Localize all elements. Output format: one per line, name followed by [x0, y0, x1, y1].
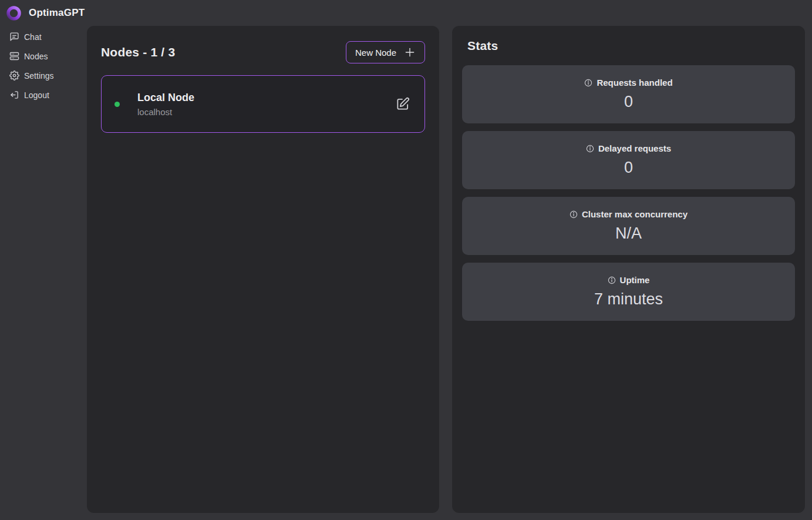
info-icon — [584, 79, 592, 87]
node-info: Local Node localhost — [137, 92, 194, 117]
stat-value: N/A — [615, 224, 642, 243]
stat-label: Cluster max concurrency — [582, 209, 688, 219]
sidebar-item-settings[interactable]: Settings — [0, 66, 87, 85]
sidebar-item-label: Nodes — [24, 52, 48, 61]
chat-icon — [9, 32, 19, 42]
node-name: Local Node — [137, 92, 194, 104]
app-title: OptimaGPT — [29, 7, 85, 19]
stat-label-row: Uptime — [608, 275, 650, 285]
stat-card-requests-handled: Requests handled 0 — [462, 65, 795, 123]
logout-icon — [9, 90, 19, 100]
sidebar: Chat Nodes Settings — [0, 27, 87, 105]
info-icon — [608, 276, 616, 284]
stat-label-row: Cluster max concurrency — [570, 209, 688, 219]
sidebar-item-label: Settings — [24, 71, 54, 80]
stat-value: 0 — [624, 93, 633, 111]
app-logo-icon — [6, 5, 22, 21]
sidebar-item-nodes[interactable]: Nodes — [0, 46, 87, 66]
settings-icon — [9, 71, 19, 80]
edit-icon — [395, 96, 410, 112]
app-header: OptimaGPT — [0, 0, 812, 26]
node-card[interactable]: Local Node localhost — [101, 75, 425, 133]
stat-label-row: Requests handled — [584, 78, 672, 88]
stat-card-delayed-requests: Delayed requests 0 — [462, 131, 795, 189]
stat-value: 0 — [624, 159, 633, 177]
info-icon — [586, 145, 594, 153]
nodes-panel-header: Nodes - 1 / 3 New Node — [87, 26, 439, 63]
stat-label: Uptime — [620, 275, 650, 285]
stat-card-cluster-max-concurrency: Cluster max concurrency N/A — [462, 197, 795, 255]
stat-label-row: Delayed requests — [586, 143, 671, 153]
stat-value: 7 minutes — [594, 290, 663, 308]
nodes-panel-title: Nodes - 1 / 3 — [101, 45, 175, 59]
new-node-button-label: New Node — [355, 48, 396, 58]
sidebar-item-label: Chat — [24, 32, 42, 42]
stat-label: Delayed requests — [598, 143, 671, 153]
sidebar-item-logout[interactable]: Logout — [0, 85, 87, 105]
edit-node-button[interactable] — [393, 94, 413, 114]
nodes-panel: Nodes - 1 / 3 New Node Local Node localh… — [87, 26, 439, 513]
info-icon — [570, 210, 578, 219]
stat-label: Requests handled — [597, 78, 672, 88]
new-node-button[interactable]: New Node — [346, 41, 425, 63]
stat-card-uptime: Uptime 7 minutes — [462, 263, 795, 321]
node-host: localhost — [137, 107, 194, 117]
stats-panel: Stats Requests handled 0 Delayed request… — [452, 26, 805, 513]
sidebar-item-chat[interactable]: Chat — [0, 27, 87, 46]
sidebar-item-label: Logout — [24, 90, 49, 100]
nodes-icon — [9, 51, 19, 61]
plus-icon — [404, 46, 416, 58]
stats-panel-title: Stats — [467, 39, 795, 53]
node-status-dot — [114, 102, 120, 107]
